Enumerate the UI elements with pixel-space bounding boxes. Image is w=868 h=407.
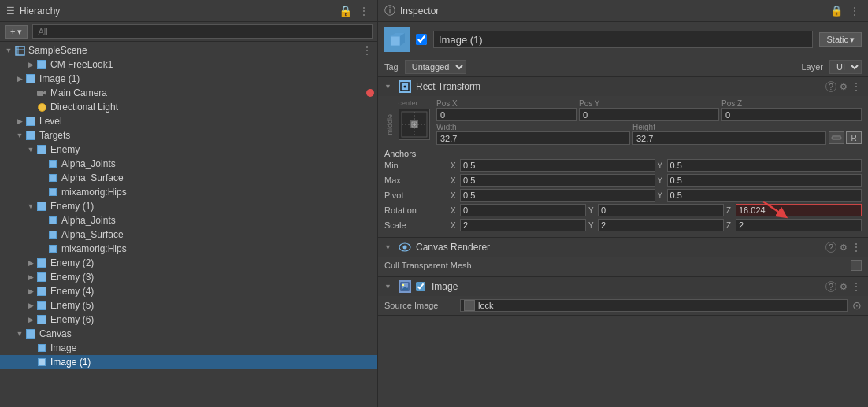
main-camera-label: Main Camera [50, 87, 363, 98]
enemy-expand[interactable]: ▼ [25, 146, 36, 154]
stretch-r-btn[interactable]: R [846, 131, 862, 144]
image-component-settings-btn[interactable]: ⚙ [840, 282, 848, 292]
rect-transform-kebab-btn[interactable]: ⋮ [851, 81, 862, 92]
inspector-lock-btn[interactable]: 🔒 [829, 5, 844, 17]
targets-expand[interactable]: ▼ [14, 131, 25, 139]
add-object-button[interactable]: + ▾ [5, 25, 28, 39]
tree-item-image[interactable]: Image [0, 341, 377, 355]
svg-rect-5 [391, 36, 400, 46]
tree-item-targets[interactable]: ▼ Targets [0, 128, 377, 142]
cmfreelook-expand[interactable]: ▶ [25, 61, 36, 68]
pos-z-input[interactable] [721, 108, 862, 121]
enemy-5-expand[interactable]: ▶ [25, 302, 36, 309]
tree-item-character[interactable]: ▶ Image (1) [0, 72, 377, 86]
static-button[interactable]: Static ▾ [819, 32, 862, 47]
rot-x-input[interactable] [460, 204, 586, 216]
tree-item-mixamorig-2[interactable]: mixamorig:Hips [0, 242, 377, 256]
inspector-kebab-btn[interactable]: ⋮ [848, 5, 862, 17]
stretch-h-btn[interactable] [829, 131, 844, 144]
tree-item-alpha-surface-1[interactable]: Alpha_Surface [0, 171, 377, 185]
scene-options-btn[interactable]: ⋮ [360, 44, 374, 57]
hierarchy-menu-icon[interactable]: ☰ [6, 6, 15, 17]
tree-item-canvas[interactable]: ▼ Canvas [0, 327, 377, 341]
rect-transform-settings-btn[interactable]: ⚙ [840, 82, 848, 92]
rot-x-axis-label: X [451, 206, 458, 215]
canvas-renderer-kebab-btn[interactable]: ⋮ [851, 242, 862, 253]
image-component-help-btn[interactable]: ? [825, 281, 836, 292]
cull-transparent-checkbox[interactable] [851, 260, 862, 271]
scale-y-input[interactable] [598, 219, 724, 231]
canvas-expand[interactable]: ▼ [14, 330, 25, 338]
min-x-input[interactable] [460, 159, 655, 172]
enemy-3-expand[interactable]: ▶ [25, 273, 36, 281]
max-x-field: X [451, 174, 655, 187]
tree-item-alpha-joints-2[interactable]: Alpha_Joints [0, 213, 377, 228]
tree-item-mixamorig-1[interactable]: mixamorig:Hips [0, 185, 377, 199]
tree-item-enemy-6[interactable]: ▶ Enemy (6) [0, 313, 377, 327]
tree-item-image-1[interactable]: Image (1) [0, 355, 377, 369]
pos-x-input[interactable] [436, 108, 577, 121]
character-expand[interactable]: ▶ [14, 75, 25, 83]
tree-item-level[interactable]: ▶ Level [0, 114, 377, 128]
image-icon [36, 342, 47, 353]
layer-select[interactable]: UI [829, 60, 862, 74]
tree-item-enemy-5[interactable]: ▶ Enemy (5) [0, 298, 377, 313]
canvas-renderer-header[interactable]: ▼ Canvas Renderer ? ⚙ ⋮ [378, 238, 868, 257]
canvas-renderer-settings-btn[interactable]: ⚙ [840, 242, 848, 253]
scale-x-input[interactable] [460, 219, 586, 231]
tree-item-enemy[interactable]: ▼ Enemy [0, 142, 377, 157]
rect-transform-header[interactable]: ▼ Rect Transform ? ⚙ ⋮ [378, 77, 868, 96]
tree-item-enemy-2[interactable]: ▶ Enemy (2) [0, 256, 377, 270]
rect-transform-help-btn[interactable]: ? [825, 81, 836, 92]
width-input[interactable] [436, 131, 630, 145]
pivot-y-input[interactable] [667, 189, 862, 202]
scale-z-input[interactable] [736, 219, 862, 231]
tree-item-enemy-3[interactable]: ▶ Enemy (3) [0, 270, 377, 284]
object-name-area: Static ▾ [416, 31, 862, 48]
min-y-input[interactable] [667, 159, 862, 172]
scene-icon [14, 45, 25, 56]
source-image-field[interactable]: lock [460, 299, 848, 312]
height-input[interactable] [632, 131, 826, 145]
object-active-checkbox[interactable] [416, 34, 427, 45]
enemy-6-expand[interactable]: ▶ [25, 316, 36, 324]
pos-y-field: Pos Y [579, 99, 719, 121]
image-component-header[interactable]: ▼ Image ? ⚙ ⋮ [378, 277, 868, 296]
enemy-2-expand[interactable]: ▶ [25, 259, 36, 267]
tree-item-alpha-surface-2[interactable]: Alpha_Surface [0, 228, 377, 242]
anchor-diagram[interactable] [399, 109, 430, 140]
tree-item-main-camera[interactable]: Main Camera [0, 86, 377, 100]
pos-y-input[interactable] [579, 108, 719, 121]
enemy-1-expand[interactable]: ▼ [25, 202, 36, 210]
tree-item-cmfreelook[interactable]: ▶ CM FreeLook1 [0, 57, 377, 72]
inspector-title: Inspector [400, 6, 439, 17]
tag-select[interactable]: Untagged [405, 60, 466, 74]
tree-item-alpha-joints-1[interactable]: Alpha_Joints [0, 157, 377, 171]
cull-transparent-row: Cull Transparent Mesh [384, 260, 862, 271]
tree-item-enemy-4[interactable]: ▶ Enemy (4) [0, 284, 377, 298]
image-component-active-checkbox[interactable] [416, 282, 425, 291]
rot-y-input[interactable] [598, 204, 724, 216]
pivot-x-input[interactable] [460, 189, 655, 202]
scene-expand-arrow[interactable]: ▼ [3, 46, 14, 54]
character-icon [25, 73, 36, 84]
hierarchy-lock-btn[interactable]: 🔒 [337, 5, 354, 17]
image-component-kebab-btn[interactable]: ⋮ [851, 281, 862, 292]
rot-z-input[interactable] [736, 204, 862, 216]
object-name-input[interactable] [433, 31, 813, 48]
level-expand[interactable]: ▶ [14, 117, 25, 125]
hierarchy-kebab-btn[interactable]: ⋮ [357, 5, 371, 17]
tree-item-directional-light[interactable]: Directional Light [0, 100, 377, 114]
tree-item-enemy-1[interactable]: ▼ Enemy (1) [0, 199, 377, 213]
scene-root[interactable]: ▼ SampleScene ⋮ [0, 43, 377, 57]
canvas-label: Canvas [39, 328, 374, 339]
source-image-select-btn[interactable]: ⊙ [852, 299, 862, 312]
scale-x-field: X [451, 219, 586, 231]
hierarchy-search-input[interactable] [32, 24, 373, 39]
canvas-renderer-help-btn[interactable]: ? [825, 242, 836, 253]
max-y-input[interactable] [667, 174, 862, 187]
enemy-4-expand[interactable]: ▶ [25, 287, 36, 295]
svg-rect-0 [16, 46, 24, 55]
rot-z-field: Z [726, 204, 862, 216]
max-x-input[interactable] [460, 174, 655, 187]
